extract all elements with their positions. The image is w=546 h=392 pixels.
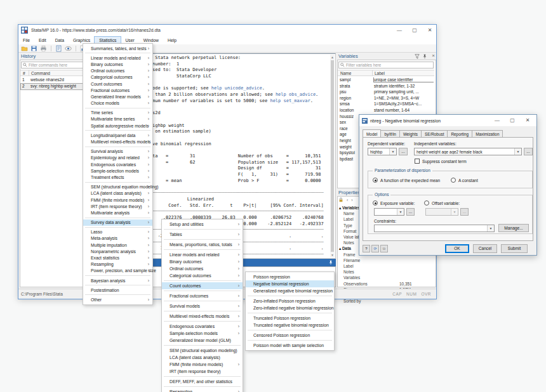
menu-item-poisson-regression[interactable]: Poisson regression <box>246 273 334 280</box>
menubar-item-data[interactable]: Data <box>51 37 69 44</box>
menu-item-fractional-outcomes[interactable]: Fractional outcomes› <box>83 87 152 93</box>
pin-icon[interactable] <box>328 260 333 265</box>
menubar-item-file[interactable]: File <box>18 37 34 44</box>
maximize-icon[interactable]: ▢ <box>411 27 418 33</box>
help-link[interactable]: help obs_advice <box>276 92 316 97</box>
history-row[interactable]: 1webuse nhanes2d <box>21 77 87 84</box>
minimize-icon[interactable]: — <box>396 27 403 33</box>
menu-item-categorical-outcomes[interactable]: Categorical outcomes› <box>83 74 152 81</box>
menu-item-endogenous-covariates[interactable]: Endogenous covariates› <box>162 323 243 330</box>
menu-item-ordinal-outcomes[interactable]: Ordinal outcomes› <box>83 68 152 74</box>
menu-item-power-precision-and-sample-size[interactable]: Power, precision, and sample size› <box>83 268 152 274</box>
variables-col-name[interactable]: Name <box>340 71 351 75</box>
menu-item-categorical-outcomes[interactable]: Categorical outcomes› <box>162 272 243 279</box>
menu-item-count-outcomes[interactable]: Count outcomes› <box>83 81 152 87</box>
menubar-item-edit[interactable]: Edit <box>34 37 51 44</box>
properties-group-data[interactable]: ▴ Data <box>339 246 351 251</box>
scrollbar-thumb[interactable] <box>331 60 334 252</box>
menu-item-multivariate-analysis[interactable]: Multivariate analysis› <box>83 209 152 216</box>
close-icon[interactable]: × <box>432 53 435 58</box>
menu-item-sample-selection-models[interactable]: Sample-selection models› <box>83 167 152 174</box>
menu-item-survey-data-analysis[interactable]: Survey data analysis› <box>83 219 152 226</box>
suppress-constant-checkbox[interactable] <box>415 159 420 164</box>
help-button[interactable]: ? <box>363 245 370 252</box>
variables-filter-input[interactable]: Filter variables here <box>338 62 434 69</box>
menu-item-zero-inflated-negative-binomial-regression[interactable]: Zero-inflated negative binomial regressi… <box>246 304 334 311</box>
properties-group-variables[interactable]: ▴ Variables <box>339 206 360 211</box>
menu-item-postestimation[interactable]: Postestimation <box>83 287 152 293</box>
menu-item-sample-selection-models[interactable]: Sample-selection models› <box>162 330 243 337</box>
ok-button[interactable]: OK <box>445 244 469 253</box>
constraints-combo[interactable]: ▼ <box>374 225 495 232</box>
chevron-down-icon[interactable]: ▼ <box>389 148 396 155</box>
menu-item-binary-outcomes[interactable]: Binary outcomes› <box>162 258 243 265</box>
variable-row[interactable]: locationstand number, 1-64 <box>338 108 434 114</box>
menu-item-negative-binomial-regression[interactable]: Negative binomial regression <box>246 280 334 287</box>
maximize-icon[interactable]: ▢ <box>505 115 520 126</box>
menu-item-choice-models[interactable]: Choice models› <box>83 100 152 107</box>
menu-item-multilevel-mixed-effects-models[interactable]: Multilevel mixed-effects models› <box>162 313 243 320</box>
menu-item-ordinal-outcomes[interactable]: Ordinal outcomes› <box>162 265 243 272</box>
next-variable-icon[interactable]: › <box>351 198 352 202</box>
menubar-item-graphics[interactable]: Graphics <box>69 37 95 44</box>
menu-item-multiple-imputation[interactable]: Multiple imputation› <box>83 242 152 248</box>
menu-item-sem-structural-equation-modeling[interactable]: SEM (structural equation modeling) <box>162 347 243 354</box>
menu-item-multilevel-mixed-effects-models[interactable]: Multilevel mixed-effects models› <box>83 138 152 145</box>
dispersion-constant-radio[interactable] <box>451 178 456 183</box>
menu-item-resampling[interactable]: Resampling› <box>162 388 243 392</box>
menu-item-survival-analysis[interactable]: Survival analysis› <box>83 148 152 155</box>
menu-item-meta-analysis[interactable]: Meta-analysis› <box>83 235 152 242</box>
minimize-icon[interactable]: — <box>489 115 505 126</box>
menu-item-zero-inflated-poisson-regression[interactable]: Zero-inflated Poisson regression <box>246 297 334 304</box>
variable-row[interactable]: psuprimary sampling unit, ... <box>338 89 434 96</box>
menu-item-generalized-linear-models[interactable]: Generalized linear models› <box>83 93 152 100</box>
close-icon[interactable]: ✕ <box>520 115 535 126</box>
independent-variables-combo[interactable]: height weight age age2 female black ▼ <box>414 148 522 155</box>
copy-icon[interactable]: ⧉ <box>380 245 388 252</box>
menu-item-resampling[interactable]: Resampling› <box>83 261 152 268</box>
independent-browse-button[interactable]: ... <box>524 148 533 155</box>
menu-item-spatial-autoregressive-models[interactable]: Spatial autoregressive models› <box>83 122 152 129</box>
menu-item-fmm-finite-mixture-models[interactable]: FMM (finite mixture models)› <box>162 361 243 368</box>
exposure-variable-combo[interactable]: ▼ <box>374 208 404 216</box>
manage-constraints-button[interactable]: Manage... <box>498 224 529 232</box>
close-icon[interactable]: ✕ <box>426 27 434 33</box>
dependent-variable-combo[interactable]: highbp ▼ <box>368 148 397 155</box>
menu-item-truncated-negative-binomial-regression[interactable]: Truncated negative binomial regression <box>246 322 334 329</box>
menu-item-poisson-model-with-sample-selection[interactable]: Poisson model with sample selection <box>246 342 334 349</box>
menu-item-nonparametric-analysis[interactable]: Nonparametric analysis› <box>83 248 152 254</box>
menubar-item-window[interactable]: Window <box>139 37 163 44</box>
menu-item-time-series[interactable]: Time series› <box>83 110 152 116</box>
menu-item-setup-and-utilities[interactable]: Setup and utilities› <box>162 221 243 228</box>
menu-item-treatment-effects[interactable]: Treatment effects› <box>83 174 152 180</box>
menu-item-count-outcomes[interactable]: Count outcomes› <box>162 282 243 289</box>
menubar-item-user[interactable]: User <box>121 37 138 44</box>
chevron-down-icon[interactable]: ▼ <box>514 148 521 155</box>
variable-row[interactable]: stratastratum identifier, 1-32 <box>338 84 434 90</box>
chevron-down-icon[interactable]: ▼ <box>487 225 494 232</box>
menu-item-censored-poisson-regression[interactable]: Censored Poisson regression <box>246 332 334 339</box>
menu-item-linear-models-and-related[interactable]: Linear models and related› <box>83 55 152 61</box>
exposure-radio[interactable] <box>373 200 378 206</box>
scroll-down-icon[interactable]: ▼ <box>330 252 335 258</box>
scroll-up-icon[interactable]: ▲ <box>330 55 335 60</box>
menu-item-survival-models[interactable]: Survival models› <box>162 303 243 310</box>
exposure-browse-button[interactable]: ... <box>406 208 415 216</box>
menu-item-means-proportions-ratios-totals[interactable]: Means, proportions, ratios, totals› <box>162 241 243 248</box>
menu-item-other[interactable]: Other› <box>83 296 152 303</box>
menu-item-generalized-linear-model-glm[interactable]: Generalized linear model (GLM) <box>162 337 243 344</box>
menu-item-lasso[interactable]: Lasso› <box>83 229 152 235</box>
dispersion-mean-radio[interactable] <box>373 178 378 183</box>
menubar-item-help[interactable]: Help <box>163 37 181 44</box>
log-icon[interactable] <box>55 45 62 52</box>
menu-item-epidemiology-and-related[interactable]: Epidemiology and related› <box>83 155 152 161</box>
menu-item-longitudinal-panel-data[interactable]: Longitudinal/panel data› <box>83 132 152 138</box>
menu-item-truncated-poisson-regression[interactable]: Truncated Poisson regression <box>246 315 334 322</box>
results-scrollbar[interactable]: ▲ ▼ <box>330 55 335 258</box>
menu-item-fractional-outcomes[interactable]: Fractional outcomes› <box>162 292 243 299</box>
prev-variable-icon[interactable]: ‹ <box>347 198 348 202</box>
lock-icon[interactable] <box>338 197 343 202</box>
help-link[interactable]: help set_maxvar <box>270 98 310 103</box>
menu-item-lca-latent-class-analysis[interactable]: LCA (latent class analysis) <box>162 354 243 361</box>
variables-col-label[interactable]: Label <box>375 71 385 75</box>
